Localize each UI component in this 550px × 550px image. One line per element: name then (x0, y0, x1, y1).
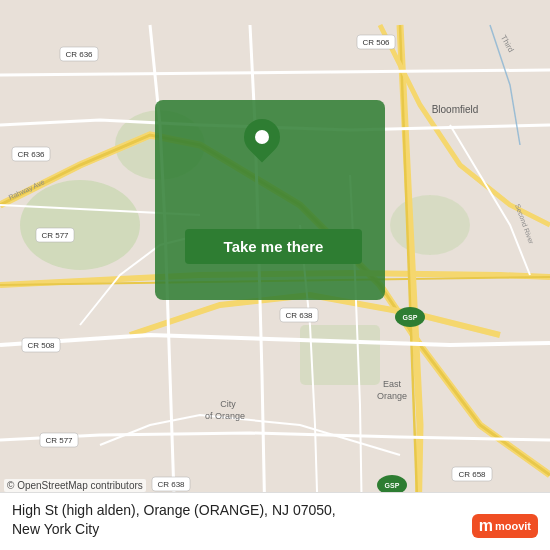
svg-text:CR 638: CR 638 (285, 311, 313, 320)
svg-text:GSP: GSP (385, 482, 400, 489)
svg-text:CR 638: CR 638 (157, 480, 185, 489)
svg-text:CR 508: CR 508 (27, 341, 55, 350)
moovit-icon: m (479, 517, 492, 535)
svg-text:Orange: Orange (377, 391, 407, 401)
address-line2: New York City (12, 521, 99, 537)
map-container: CR 636 CR 506 CR 636 CR 577 CR 508 CR 57… (0, 0, 550, 550)
svg-text:Bloomfield: Bloomfield (432, 104, 479, 115)
svg-text:of Orange: of Orange (205, 411, 245, 421)
svg-text:GSP: GSP (403, 314, 418, 321)
svg-text:CR 577: CR 577 (45, 436, 73, 445)
svg-point-1 (20, 180, 140, 270)
address-text: High St (high alden), Orange (ORANGE), N… (12, 501, 538, 540)
svg-text:CR 636: CR 636 (17, 150, 45, 159)
svg-text:CR 577: CR 577 (41, 231, 69, 240)
svg-text:City: City (220, 399, 236, 409)
map-pin (244, 119, 280, 155)
svg-point-4 (390, 195, 470, 255)
svg-text:CR 506: CR 506 (362, 38, 390, 47)
osm-attribution: © OpenStreetMap contributors (4, 479, 146, 492)
svg-text:CR 636: CR 636 (65, 50, 93, 59)
moovit-text: moovit (495, 520, 531, 532)
take-me-there-button[interactable]: Take me there (185, 229, 362, 264)
bottom-bar: High St (high alden), Orange (ORANGE), N… (0, 492, 550, 550)
svg-text:East: East (383, 379, 402, 389)
svg-text:CR 658: CR 658 (458, 470, 486, 479)
address-line1: High St (high alden), Orange (ORANGE), N… (12, 502, 336, 518)
moovit-logo[interactable]: m moovit (472, 514, 538, 538)
